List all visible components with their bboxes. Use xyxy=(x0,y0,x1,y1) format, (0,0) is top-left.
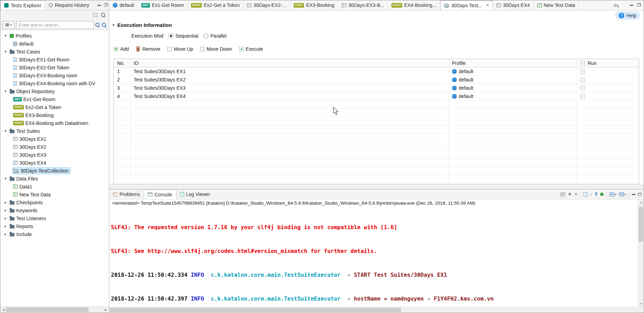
tree-item-ex2-get-a-token[interactable]: POSTEx2-Get a Token xyxy=(0,103,109,111)
close-tab-icon[interactable]: ✕ xyxy=(486,3,489,8)
tree-item-ex4-booking-datadriven[interactable]: POSTEX4-Booking with Datadriven xyxy=(0,119,109,127)
tree-horizontal-scrollbar[interactable]: ◀ ▶ xyxy=(0,306,109,313)
tree-item-30days-ex4-booking-room[interactable]: 30Days-EX4-Booking room with DV xyxy=(0,79,109,87)
remove-launch-icon[interactable]: ✕ xyxy=(568,191,571,197)
scrollbar-thumb[interactable] xyxy=(639,207,643,242)
editor-tab-ex3-booking[interactable]: POSTEX3-Booking xyxy=(290,0,338,10)
remove-all-launches-icon[interactable]: ✕ xyxy=(574,191,578,197)
radio-parallel[interactable]: Parallel xyxy=(203,33,227,39)
scroll-lock-icon[interactable]: ↓ xyxy=(590,191,592,197)
console-vertical-scrollbar[interactable]: ▲ ▼ xyxy=(638,199,644,307)
expander-icon[interactable]: ▾ xyxy=(3,33,8,38)
search-icon[interactable] xyxy=(95,22,100,28)
run-checkbox[interactable]: ✓ xyxy=(580,69,585,74)
scroll-up-icon[interactable]: ▲ xyxy=(638,199,644,205)
tree-item-profiles[interactable]: ▾Profiles xyxy=(0,32,109,40)
table-row[interactable]: 2 Test Suites/30Days EX2 default ✓ xyxy=(114,76,639,84)
table-row[interactable]: 1 Test Suites/30Days EX1 default ✓ xyxy=(114,67,639,76)
execution-information-header[interactable]: ▾Execution Information xyxy=(113,22,172,28)
add-button[interactable]: Add xyxy=(114,46,129,52)
tree-item-30days-ex2[interactable]: 30Days EX2 xyxy=(0,143,109,151)
search-input[interactable] xyxy=(16,21,94,29)
header-no[interactable]: No. xyxy=(114,59,131,67)
console-output[interactable]: SLF4J: The requested version 1.7.16 by y… xyxy=(111,207,637,307)
tree-item-30days-ex3-booking-room[interactable]: 30Days-EX3-Booking room xyxy=(0,71,109,79)
tree-item-data-files[interactable]: ▾Data Files xyxy=(0,175,109,183)
tree-item-keywords[interactable]: ▸Keywords xyxy=(0,206,109,214)
move-up-button[interactable]: ↑Move Up xyxy=(167,46,193,52)
tree-item-test-suites[interactable]: ▾Test Suites xyxy=(0,127,109,135)
table-row[interactable]: 3 Test Suites/30Days EX3 default ✓ xyxy=(114,84,639,92)
tab-log-viewer[interactable]: Log Viewer xyxy=(177,189,214,199)
radio-sequential[interactable]: Sequential xyxy=(169,33,198,39)
expander-icon[interactable]: ▾ xyxy=(3,176,8,181)
tab-console[interactable]: Console xyxy=(144,189,176,199)
maximize-console-icon[interactable] xyxy=(638,191,642,197)
move-down-button[interactable]: ↓Move Down xyxy=(200,46,232,52)
tab-request-history[interactable]: Request History xyxy=(45,0,93,10)
panel-sash[interactable] xyxy=(109,184,644,189)
expander-icon[interactable]: ▾ xyxy=(3,129,8,133)
scrollbar-thumb[interactable] xyxy=(110,308,401,312)
scroll-down-icon[interactable]: ▼ xyxy=(638,301,644,307)
expander-icon[interactable]: ▾ xyxy=(3,49,8,54)
tree-item-checkpoints[interactable]: ▸Checkpoints xyxy=(0,198,109,206)
execute-button[interactable]: Execute xyxy=(239,46,263,52)
editor-tab-ex2-get-a-token[interactable]: POSTEx2-Get a Token xyxy=(188,0,244,10)
tree-item-test-cases[interactable]: ▾Test Cases xyxy=(0,48,109,56)
editor-tab-30days-ex2[interactable]: 30Days-EX2-... xyxy=(244,0,290,10)
tree-item-include[interactable]: ▸Include xyxy=(0,230,109,238)
tree-item-30days-ex2-get-token[interactable]: 30Days-EX2-Get Token xyxy=(0,63,109,71)
maximize-panel-icon[interactable] xyxy=(104,4,107,7)
header-id[interactable]: ID xyxy=(131,59,449,67)
expander-icon[interactable]: ▸ xyxy=(3,200,8,205)
editor-tab-30days-ex4[interactable]: 30Days EX4 xyxy=(493,0,534,10)
advanced-search-icon[interactable] xyxy=(102,22,107,28)
run-checkbox[interactable]: ✓ xyxy=(580,77,585,82)
minimize-editor-icon[interactable] xyxy=(630,5,633,6)
editor-tab-30days-ex3[interactable]: 30Days-EX3-B... xyxy=(338,0,388,10)
tree-item-30days-ex1-get-room[interactable]: 30Days-EX1-Get Room xyxy=(0,56,109,63)
minimize-panel-icon[interactable] xyxy=(97,5,101,6)
expander-icon[interactable]: ▾ xyxy=(3,89,8,94)
tree-item-test-listeners[interactable]: ▸Test Listeners xyxy=(0,214,109,222)
header-profile[interactable]: Profile xyxy=(449,59,577,67)
tab-tests-explorer[interactable]: Tests Explorer xyxy=(0,0,45,10)
editor-tab-default[interactable]: default xyxy=(109,0,138,10)
editor-tab-ex4-booking[interactable]: POSTEX4-Booking... xyxy=(388,0,440,10)
tree-item-ex1-get-room[interactable]: GETEx1-Get Room xyxy=(0,95,109,103)
tree-item-object-repository[interactable]: ▾Object Repository xyxy=(0,87,109,95)
link-with-editor-icon[interactable] xyxy=(101,12,106,18)
tree-item-30days-ex1[interactable]: 30Days EX1 xyxy=(0,135,109,143)
expander-icon[interactable]: ▸ xyxy=(3,216,8,221)
display-selected-console-icon[interactable]: ▾ xyxy=(609,191,616,197)
expander-icon[interactable]: ▸ xyxy=(3,224,8,228)
remove-button[interactable]: Remove xyxy=(136,46,160,52)
tree-item-data1[interactable]: Data1 xyxy=(0,183,109,190)
tree-item-ex3-booking[interactable]: POSTEX3-Booking xyxy=(0,111,109,119)
header-run[interactable]: ✓Run xyxy=(577,59,639,67)
tab-overflow-chevron[interactable]: »5 xyxy=(614,0,619,10)
maximize-editor-icon[interactable] xyxy=(637,4,640,7)
editor-tab-ex1-get-room[interactable]: GETEx1-Get Room xyxy=(138,0,188,10)
tab-problems[interactable]: Problems xyxy=(109,189,144,199)
collapse-arrow-icon[interactable]: ▾ xyxy=(113,23,115,27)
select-all-checkbox[interactable]: ✓ xyxy=(580,61,585,66)
word-wrap-icon[interactable]: ¶ xyxy=(595,191,597,197)
open-console-icon[interactable]: ▾ xyxy=(619,191,626,197)
tree-item-30days-testcollection[interactable]: 30Days-TestCollection xyxy=(0,167,109,175)
editor-tab-30days-testcollection[interactable]: 30Days-Test...✕ xyxy=(440,0,493,10)
editor-tab-new-test-data[interactable]: New Test Data xyxy=(534,0,579,10)
help-button[interactable]: ?Help xyxy=(615,11,640,20)
run-checkbox[interactable]: ✓ xyxy=(580,86,585,90)
expander-icon[interactable]: ▸ xyxy=(3,208,8,213)
tree-item-30days-ex4[interactable]: 30Days EX4 xyxy=(0,159,109,167)
tree-item-new-test-data[interactable]: New Test Data xyxy=(0,190,109,198)
pin-console-icon[interactable] xyxy=(600,191,604,197)
run-checkbox[interactable]: ✓ xyxy=(580,94,585,99)
scroll-left-icon[interactable]: ◀ xyxy=(0,307,7,313)
minimize-console-icon[interactable] xyxy=(632,191,635,197)
scrollbar-thumb[interactable] xyxy=(6,307,88,312)
scroll-right-icon[interactable]: ▶ xyxy=(103,307,109,313)
search-filter-button[interactable]: ▾ xyxy=(2,21,15,29)
